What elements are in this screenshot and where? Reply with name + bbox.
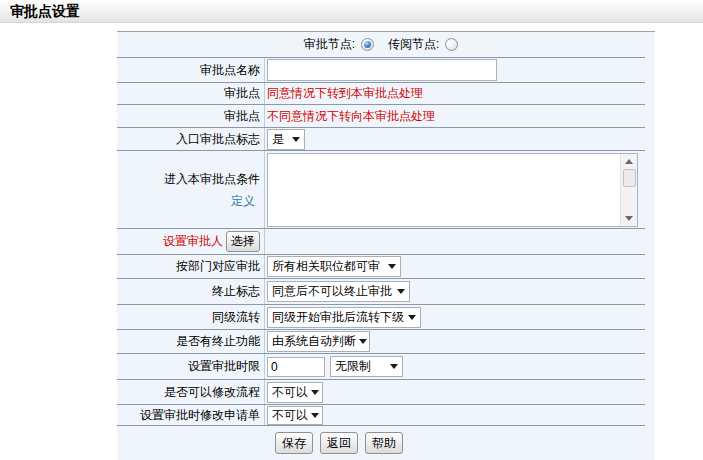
dept-label: 按部门对应审批 bbox=[117, 255, 265, 278]
circulate-node-radio[interactable] bbox=[445, 38, 458, 51]
scrollbar-thumb[interactable] bbox=[623, 169, 636, 187]
approve-node-radio[interactable] bbox=[361, 38, 374, 51]
textarea-scrollbar[interactable] bbox=[620, 154, 637, 226]
dept-row: 按部门对应审批 所有相关职位都可审 bbox=[117, 255, 645, 279]
scroll-up-icon[interactable] bbox=[621, 154, 638, 169]
same-level-row: 同级流转 同级开始审批后流转下级 bbox=[117, 305, 645, 330]
action-buttons-row: 保存 返回 帮助 bbox=[117, 426, 645, 460]
help-button[interactable]: 帮助 bbox=[365, 432, 403, 454]
condition-row: 进入本审批点条件 定义 bbox=[117, 151, 645, 229]
has-terminate-row: 是否有终止功能 由系统自动判断 bbox=[117, 330, 645, 354]
approver-row: 设置审批人 选择 bbox=[117, 229, 645, 255]
terminate-flag-label: 终止标志 bbox=[117, 279, 265, 304]
modify-form-select[interactable]: 不可以 bbox=[267, 406, 323, 425]
dept-select[interactable]: 所有相关职位都可审 bbox=[267, 256, 401, 277]
time-limit-unit-select[interactable]: 无限制 bbox=[330, 356, 403, 377]
same-level-label: 同级流转 bbox=[117, 305, 265, 329]
condition-label: 进入本审批点条件 bbox=[164, 168, 260, 190]
approval-name-input[interactable] bbox=[267, 59, 497, 81]
time-limit-input[interactable] bbox=[267, 357, 325, 377]
circulate-node-label: 传阅节点: bbox=[388, 36, 439, 53]
condition-textarea[interactable] bbox=[267, 153, 638, 227]
has-terminate-label: 是否有终止功能 bbox=[117, 330, 265, 353]
chevron-down-icon bbox=[404, 315, 420, 320]
name-label: 审批点名称 bbox=[117, 58, 265, 82]
define-link[interactable]: 定义 bbox=[231, 190, 255, 212]
terminate-flag-row: 终止标志 同意后不可以终止审批 bbox=[117, 279, 645, 305]
approver-label: 设置审批人 bbox=[163, 233, 223, 250]
entry-flag-row: 入口审批点标志 是 bbox=[117, 128, 645, 151]
page-title: 审批点设置 bbox=[10, 3, 80, 21]
entry-flag-select[interactable]: 是 bbox=[267, 129, 305, 150]
node-type-row: 审批节点: 传阅节点: bbox=[117, 32, 645, 58]
chevron-down-icon bbox=[288, 137, 304, 142]
save-button[interactable]: 保存 bbox=[275, 432, 313, 454]
chevron-down-icon bbox=[384, 264, 400, 269]
chevron-down-icon bbox=[393, 289, 409, 294]
modify-flow-select[interactable]: 不可以 bbox=[267, 382, 323, 403]
page-header: 审批点设置 bbox=[0, 0, 703, 23]
modify-form-row: 设置审批时修改申请单 不可以 bbox=[117, 405, 645, 426]
time-limit-row: 设置审批时限 无限制 bbox=[117, 354, 645, 380]
modify-form-label: 设置审批时修改申请单 bbox=[117, 405, 265, 425]
scroll-down-icon[interactable] bbox=[621, 211, 638, 226]
disagree-text: 不同意情况下转向本审批点处理 bbox=[265, 108, 645, 125]
chevron-down-icon bbox=[308, 413, 322, 418]
select-approver-button[interactable]: 选择 bbox=[226, 231, 260, 252]
agree-row: 审批点 同意情况下转到本审批点处理 bbox=[117, 83, 645, 105]
has-terminate-select[interactable]: 由系统自动判断 bbox=[267, 331, 370, 352]
disagree-label: 审批点 bbox=[117, 105, 265, 127]
agree-label: 审批点 bbox=[117, 83, 265, 104]
approval-settings-form: 审批节点: 传阅节点: 审批点名称 审批点 同意情况下转到本审批点处理 审批点 … bbox=[117, 31, 655, 460]
approve-node-label: 审批节点: bbox=[304, 36, 355, 53]
same-level-select[interactable]: 同级开始审批后流转下级 bbox=[267, 307, 421, 328]
time-limit-label: 设置审批时限 bbox=[117, 354, 265, 379]
disagree-row: 审批点 不同意情况下转向本审批点处理 bbox=[117, 105, 645, 128]
modify-flow-label: 是否可以修改流程 bbox=[117, 380, 265, 404]
modify-flow-row: 是否可以修改流程 不可以 bbox=[117, 380, 645, 405]
agree-text: 同意情况下转到本审批点处理 bbox=[265, 85, 645, 102]
chevron-down-icon bbox=[308, 390, 322, 395]
chevron-down-icon bbox=[356, 339, 369, 344]
terminate-flag-select[interactable]: 同意后不可以终止审批 bbox=[267, 281, 410, 302]
name-row: 审批点名称 bbox=[117, 58, 645, 83]
back-button[interactable]: 返回 bbox=[320, 432, 358, 454]
entry-flag-label: 入口审批点标志 bbox=[117, 128, 265, 150]
chevron-down-icon bbox=[386, 364, 402, 369]
